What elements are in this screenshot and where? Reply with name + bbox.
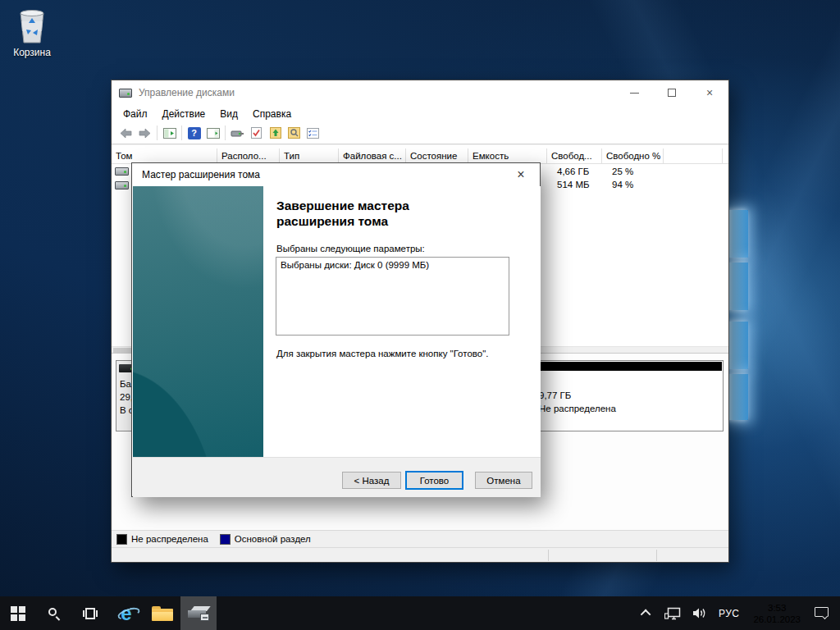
legend-label-unallocated: Не распределена bbox=[131, 534, 208, 544]
legend-label-primary: Основной раздел bbox=[235, 534, 311, 544]
wizard-content: Завершение мастера расширения тома Выбра… bbox=[263, 186, 541, 457]
clock[interactable]: 3:53 26.01.2023 bbox=[753, 602, 801, 625]
status-divider bbox=[548, 550, 549, 561]
caption-buttons: × bbox=[615, 80, 728, 105]
legend-bar: Не распределена Основной раздел bbox=[112, 530, 728, 547]
check-document-icon bbox=[251, 127, 262, 139]
unallocated-bar bbox=[536, 362, 722, 371]
recycle-bin-icon bbox=[14, 7, 50, 46]
back-button[interactable]: < Назад bbox=[342, 472, 401, 489]
maximize-icon bbox=[668, 89, 676, 97]
wizard-sidebar-graphic bbox=[133, 186, 263, 457]
menu-view[interactable]: Вид bbox=[212, 107, 245, 121]
toolbar-separator bbox=[225, 126, 226, 140]
cancel-button[interactable]: Отмена bbox=[475, 472, 532, 489]
disk-management-app-icon bbox=[119, 89, 132, 98]
logo-pane bbox=[727, 374, 748, 420]
forward-icon bbox=[139, 128, 151, 139]
close-button[interactable]: × bbox=[691, 80, 728, 105]
search-folder-button[interactable] bbox=[285, 124, 304, 142]
maximize-button[interactable] bbox=[653, 80, 691, 105]
wizard-summary-box[interactable]: Выбраны диски: Диск 0 (9999 МБ) bbox=[276, 257, 509, 336]
start-button[interactable] bbox=[0, 596, 36, 630]
wizard-summary-text: Выбраны диски: Диск 0 (9999 МБ) bbox=[281, 260, 429, 270]
check-disk-button[interactable] bbox=[247, 124, 266, 142]
minimize-icon bbox=[630, 93, 639, 94]
help-button[interactable]: ? bbox=[185, 124, 203, 142]
window-title: Управление дисками bbox=[139, 87, 235, 98]
help-icon: ? bbox=[188, 127, 201, 139]
status-bar bbox=[112, 547, 728, 562]
logo-pane bbox=[727, 322, 748, 369]
console-tree-button[interactable] bbox=[160, 124, 179, 142]
rescan-button[interactable] bbox=[228, 124, 247, 142]
back-icon bbox=[120, 128, 132, 139]
language-indicator[interactable]: РУС bbox=[719, 608, 740, 619]
volume-icon bbox=[115, 167, 129, 176]
internet-explorer-icon: e bbox=[121, 604, 131, 623]
status-divider bbox=[656, 550, 657, 561]
search-icon bbox=[48, 607, 61, 620]
back-button[interactable] bbox=[116, 124, 135, 142]
checklist-icon bbox=[307, 128, 319, 139]
wizard-titlebar[interactable]: Мастер расширения тома bbox=[132, 163, 540, 186]
extend-volume-wizard-dialog: Мастер расширения тома × Завершение маст… bbox=[131, 162, 541, 497]
menu-help[interactable]: Справка bbox=[245, 107, 299, 121]
folder-up-icon bbox=[270, 127, 281, 139]
legend-swatch-unallocated bbox=[116, 534, 127, 545]
close-icon: × bbox=[517, 167, 524, 182]
folder-icon bbox=[152, 606, 173, 621]
network-tray-button[interactable] bbox=[664, 607, 681, 620]
export-button[interactable] bbox=[266, 124, 285, 142]
minimize-button[interactable] bbox=[615, 80, 653, 105]
clock-date: 26.01.2023 bbox=[753, 614, 801, 625]
logo-pane bbox=[727, 210, 748, 258]
disk-management-taskbar-button[interactable] bbox=[180, 596, 217, 630]
legend-swatch-primary bbox=[220, 534, 231, 545]
drive-tool-icon bbox=[231, 128, 244, 139]
menu-action[interactable]: Действие bbox=[155, 107, 213, 121]
windows-logo-icon bbox=[11, 606, 25, 621]
forward-button[interactable] bbox=[135, 124, 154, 142]
wizard-close-button[interactable]: × bbox=[507, 163, 535, 186]
toolbar-separator bbox=[157, 126, 158, 140]
internet-explorer-button[interactable]: e bbox=[108, 596, 144, 630]
recycle-bin-label: Корзина bbox=[8, 47, 56, 58]
column-empty[interactable] bbox=[664, 148, 723, 164]
close-icon: × bbox=[706, 86, 713, 99]
menu-file[interactable]: Файл bbox=[116, 107, 155, 121]
taskbar: e bbox=[0, 596, 840, 630]
file-explorer-button[interactable] bbox=[144, 596, 180, 630]
volume-free: 4,66 ГБ bbox=[557, 167, 589, 176]
volume-tray-button[interactable] bbox=[692, 607, 707, 619]
toolbar-separator bbox=[181, 126, 182, 140]
wizard-heading: Завершение мастера расширения тома bbox=[276, 198, 473, 229]
volume-free-pct: 25 % bbox=[612, 167, 633, 176]
desktop: Корзина Управление дисками × Файл Действ… bbox=[0, 0, 840, 630]
action-center-button[interactable] bbox=[815, 607, 829, 619]
network-icon bbox=[664, 607, 681, 620]
search-button[interactable] bbox=[36, 596, 72, 630]
action-pane-button[interactable] bbox=[203, 124, 222, 142]
logo-pane bbox=[727, 262, 748, 310]
task-view-button[interactable] bbox=[72, 596, 108, 630]
column-free-pct[interactable]: Свободно % bbox=[602, 148, 664, 164]
action-pane-icon bbox=[207, 128, 220, 139]
system-tray: РУС 3:53 26.01.2023 bbox=[635, 596, 840, 630]
volume-free: 514 МБ bbox=[557, 180, 590, 189]
console-tree-icon bbox=[163, 128, 176, 139]
wizard-title: Мастер расширения тома bbox=[142, 169, 260, 180]
action-center-icon bbox=[815, 607, 829, 619]
properties-button[interactable] bbox=[304, 124, 322, 142]
volume-free-pct: 94 % bbox=[612, 180, 633, 189]
wizard-params-label: Выбраны следующие параметры: bbox=[276, 244, 425, 253]
finish-button[interactable]: Готово bbox=[405, 471, 463, 490]
task-view-icon bbox=[83, 608, 98, 619]
wizard-footer: < Назад Готово Отмена bbox=[133, 457, 541, 497]
volume-icon bbox=[115, 181, 129, 189]
tray-chevron-up-icon[interactable] bbox=[641, 609, 651, 620]
unallocated-partition[interactable]: 9,77 ГБ Не распределена bbox=[535, 360, 724, 431]
recycle-bin[interactable]: Корзина bbox=[8, 7, 56, 64]
folder-search-icon bbox=[288, 127, 300, 139]
column-free[interactable]: Свобод... bbox=[547, 148, 602, 164]
